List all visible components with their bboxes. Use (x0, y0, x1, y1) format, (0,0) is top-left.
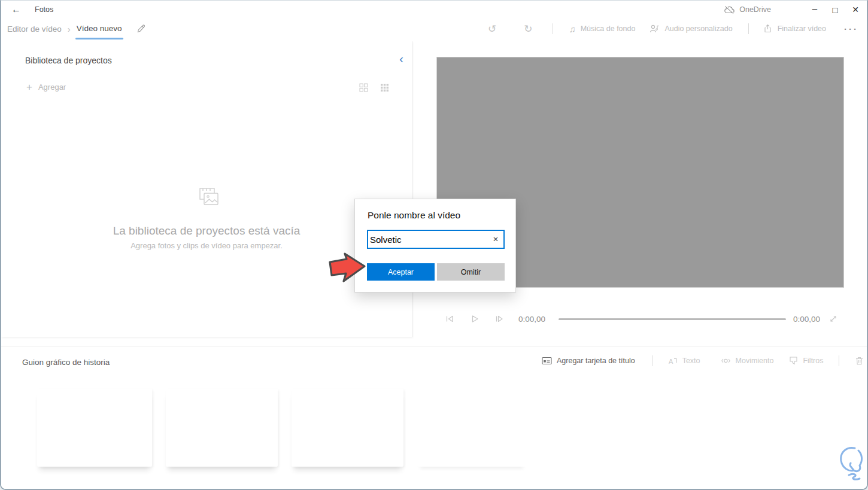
onedrive-status[interactable]: OneDrive (724, 5, 771, 14)
current-time-label: 0:00,00 (518, 315, 545, 324)
add-label: Agregar (38, 83, 66, 92)
skip-button[interactable]: Omitir (437, 263, 505, 281)
next-frame-icon[interactable] (494, 314, 504, 324)
storyboard-slot[interactable] (292, 389, 403, 467)
see-more-icon[interactable]: ··· (844, 24, 858, 34)
onedrive-label: OneDrive (739, 5, 771, 14)
name-video-dialog: Ponle nombre al vídeo ✕ Aceptar Omitir (354, 199, 516, 293)
custom-audio-button[interactable]: Audio personalizado (650, 24, 732, 34)
storyboard-track (1, 389, 867, 473)
custom-audio-label: Audio personalizado (664, 25, 732, 33)
finish-video-label: Finalizar vídeo (778, 25, 826, 33)
minimize-button[interactable]: – (805, 1, 825, 18)
project-library-panel: Biblioteca de proyectos ‹ + Agregar (1, 41, 412, 337)
library-view-switcher (359, 83, 389, 92)
trash-icon (855, 356, 864, 366)
media-library-icon (193, 187, 220, 211)
title-bar: ← Fotos OneDrive – □ ✕ (1, 1, 867, 19)
seek-bar[interactable] (559, 318, 786, 320)
person-audio-icon (650, 24, 660, 34)
motion-icon (721, 356, 731, 366)
toolbar-separator (748, 23, 749, 34)
export-share-icon (763, 24, 773, 34)
text-icon: A (668, 357, 678, 366)
dialog-buttons: Aceptar Omitir (367, 263, 505, 281)
previous-frame-icon[interactable] (445, 314, 454, 324)
solvetic-bulb-watermark (837, 445, 868, 486)
storyboard-title: Guion gráfico de historia (22, 358, 110, 367)
filters-label: Filtros (803, 357, 823, 365)
breadcrumb-chevron-icon: › (68, 24, 71, 34)
breadcrumb-current-video[interactable]: Vídeo nuevo (77, 24, 122, 34)
onedrive-cloud-offline-icon (724, 5, 735, 14)
motion-button[interactable]: Movimiento (721, 356, 774, 366)
toolbar-separator (553, 23, 553, 34)
storyboard-toolbar: Agregar tarjeta de título A Texto Movimi… (542, 355, 868, 366)
maximize-button[interactable]: □ (825, 1, 845, 18)
playback-controls: 0:00,00 0:00,00 (436, 311, 844, 327)
video-name-inputwrap: ✕ (367, 230, 505, 249)
editor-toolbar: Editor de vídeo › Vídeo nuevo ↺ ↻ ♫ Músi… (1, 19, 867, 39)
rename-pencil-icon[interactable] (136, 24, 146, 34)
empty-library-subtitle: Agrega fotos y clips de vídeo para empez… (1, 241, 412, 250)
filters-button[interactable]: Filtros (789, 356, 823, 366)
undo-icon[interactable]: ↺ (488, 23, 496, 35)
total-time-label: 0:00,00 (793, 315, 820, 324)
text-button[interactable]: A Texto (668, 357, 700, 366)
title-card-icon (542, 357, 552, 365)
add-title-card-label: Agregar tarjeta de título (557, 357, 635, 365)
toolbar-separator (652, 355, 652, 366)
storyboard-slot[interactable] (166, 389, 278, 467)
empty-library-title: La biblioteca de proyectos está vacía (1, 224, 412, 238)
plus-icon: + (26, 82, 32, 92)
text-label: Texto (682, 357, 700, 365)
background-music-label: Música de fondo (581, 25, 636, 33)
filters-icon (789, 356, 798, 366)
photos-app-window: ← Fotos OneDrive – □ ✕ Editor de vídeo ›… (0, 0, 868, 490)
active-tab-underline (75, 38, 123, 39)
music-note-icon: ♫ (569, 24, 575, 34)
library-empty-state: La biblioteca de proyectos está vacía Ag… (1, 187, 412, 250)
toolbar-separator (839, 355, 839, 366)
delete-button[interactable] (855, 356, 864, 366)
red-annotation-arrow (326, 251, 368, 285)
storyboard-slot[interactable] (37, 389, 152, 467)
fullscreen-icon[interactable] (828, 314, 838, 324)
close-button[interactable]: ✕ (845, 1, 866, 18)
background-music-button[interactable]: ♫ Música de fondo (569, 24, 635, 34)
storyboard-section: Guion gráfico de historia Agregar tarjet… (1, 346, 867, 489)
finish-video-button[interactable]: Finalizar vídeo (763, 24, 826, 34)
collapse-panel-chevron-icon[interactable]: ‹ (399, 52, 403, 65)
play-icon[interactable] (470, 314, 479, 324)
accept-button[interactable]: Aceptar (367, 263, 435, 281)
clear-input-icon[interactable]: ✕ (488, 235, 503, 244)
add-media-button[interactable]: + Agregar (26, 82, 66, 92)
back-button[interactable]: ← (7, 2, 25, 17)
video-name-input[interactable] (368, 235, 488, 245)
library-title: Biblioteca de proyectos (25, 56, 112, 65)
storyboard-slot[interactable] (417, 389, 526, 467)
titlebar-right: OneDrive – □ ✕ (724, 1, 867, 18)
redo-icon[interactable]: ↻ (524, 23, 532, 35)
app-title: Fotos (35, 5, 53, 14)
editor-toolbar-right: ↺ ↻ ♫ Música de fondo Audio personalizad… (488, 23, 867, 35)
large-grid-view-icon[interactable] (359, 83, 368, 92)
small-grid-view-icon[interactable] (380, 83, 389, 92)
motion-label: Movimiento (736, 357, 774, 365)
svg-text:A: A (669, 358, 673, 365)
breadcrumb-video-editor[interactable]: Editor de vídeo (7, 25, 62, 34)
add-title-card-button[interactable]: Agregar tarjeta de título (542, 357, 635, 365)
dialog-title: Ponle nombre al vídeo (368, 210, 460, 221)
video-name-label: Vídeo nuevo (77, 24, 122, 33)
